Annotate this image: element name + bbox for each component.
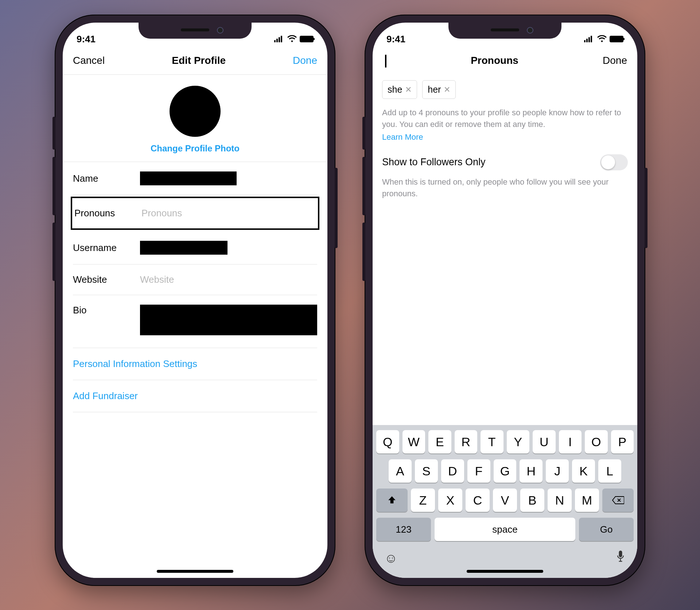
key-c[interactable]: C — [466, 489, 490, 512]
battery-icon — [610, 36, 623, 42]
key-numbers[interactable]: 123 — [376, 518, 431, 541]
battery-icon — [300, 36, 314, 42]
key-f[interactable]: F — [467, 459, 490, 483]
key-l[interactable]: L — [598, 459, 621, 483]
key-r[interactable]: R — [455, 430, 478, 453]
status-time: 9:41 — [386, 34, 405, 45]
avatar[interactable] — [170, 86, 221, 137]
name-value-redacted — [140, 171, 237, 185]
keyboard: Q W E R T Y U I O P A S D F G H J K L — [373, 425, 637, 578]
website-placeholder: Website — [140, 274, 317, 285]
username-label: Username — [73, 242, 131, 254]
key-a[interactable]: A — [389, 459, 412, 483]
keyboard-row-1: Q W E R T Y U I O P — [376, 430, 634, 453]
bio-value-redacted — [140, 305, 317, 335]
key-space[interactable]: space — [435, 518, 575, 541]
page-title: Edit Profile — [172, 55, 226, 66]
bio-row[interactable]: Bio — [73, 295, 317, 348]
username-row[interactable]: Username — [73, 231, 317, 265]
followers-only-toggle[interactable] — [600, 154, 628, 170]
followers-only-subtext: When this is turned on, only people who … — [382, 176, 628, 207]
key-x[interactable]: X — [438, 489, 462, 512]
home-indicator[interactable] — [467, 570, 543, 573]
key-y[interactable]: Y — [507, 430, 530, 453]
phone-right: 9:41 Pronouns Done she ✕ her — [365, 15, 645, 586]
key-u[interactable]: U — [533, 430, 556, 453]
change-photo-link[interactable]: Change Profile Photo — [63, 143, 327, 154]
pronoun-chip-she[interactable]: she ✕ — [382, 80, 417, 99]
home-indicator[interactable] — [157, 570, 233, 573]
help-text: Add up to 4 pronouns to your profile so … — [382, 107, 628, 130]
pronouns-row[interactable]: Pronouns Pronouns — [74, 198, 316, 228]
key-z[interactable]: Z — [411, 489, 435, 512]
name-row[interactable]: Name — [73, 162, 317, 195]
personal-info-settings-link[interactable]: Personal Information Settings — [73, 348, 317, 380]
keyboard-row-2: A S D F G H J K L — [376, 459, 634, 483]
remove-icon[interactable]: ✕ — [444, 85, 450, 94]
add-fundraiser-link[interactable]: Add Fundraiser — [73, 380, 317, 412]
followers-only-row: Show to Followers Only — [382, 142, 628, 176]
key-h[interactable]: H — [520, 459, 542, 483]
chevron-left-icon — [385, 55, 386, 67]
key-o[interactable]: O — [585, 430, 608, 453]
phone-left: 9:41 Cancel Edit Profile Done Change Pro… — [55, 15, 335, 586]
cellular-icon — [274, 36, 284, 42]
keyboard-row-space: 123 space Go — [376, 518, 634, 541]
remove-icon[interactable]: ✕ — [405, 85, 412, 94]
pronouns-highlight: Pronouns Pronouns — [71, 197, 319, 230]
back-button[interactable] — [383, 55, 386, 66]
key-k[interactable]: K — [572, 459, 595, 483]
key-t[interactable]: T — [481, 430, 503, 453]
key-n[interactable]: N — [548, 489, 572, 512]
learn-more-link[interactable]: Learn More — [382, 132, 628, 142]
name-label: Name — [73, 173, 131, 184]
key-v[interactable]: V — [493, 489, 517, 512]
pronoun-chip-her[interactable]: her ✕ — [422, 80, 456, 99]
cellular-icon — [584, 36, 594, 42]
followers-only-label: Show to Followers Only — [382, 157, 486, 168]
profile-photo-section: Change Profile Photo — [63, 75, 327, 162]
wifi-icon — [597, 34, 607, 45]
done-button[interactable]: Done — [603, 55, 627, 66]
key-m[interactable]: M — [575, 489, 599, 512]
status-time: 9:41 — [77, 34, 96, 45]
key-shift[interactable] — [376, 489, 408, 512]
pronouns-placeholder: Pronouns — [141, 208, 316, 219]
key-q[interactable]: Q — [376, 430, 399, 453]
wifi-icon — [287, 34, 297, 45]
keyboard-row-3: Z X C V B N M — [376, 489, 634, 512]
key-p[interactable]: P — [611, 430, 634, 453]
svg-rect-0 — [619, 551, 622, 557]
key-b[interactable]: B — [520, 489, 544, 512]
edit-profile-navbar: Cancel Edit Profile Done — [63, 48, 327, 75]
key-go[interactable]: Go — [579, 518, 634, 541]
notch — [139, 23, 252, 39]
page-title: Pronouns — [471, 55, 518, 66]
pronouns-navbar: Pronouns Done — [373, 48, 637, 74]
key-d[interactable]: D — [441, 459, 464, 483]
website-row[interactable]: Website Website — [73, 265, 317, 295]
key-i[interactable]: I — [559, 430, 582, 453]
key-w[interactable]: W — [402, 430, 425, 453]
pronouns-label: Pronouns — [74, 208, 133, 219]
key-s[interactable]: S — [415, 459, 438, 483]
emoji-icon[interactable]: ☺ — [384, 551, 398, 566]
bio-label: Bio — [73, 305, 131, 316]
notch — [448, 23, 561, 39]
website-label: Website — [73, 274, 131, 285]
key-g[interactable]: G — [494, 459, 517, 483]
key-j[interactable]: J — [546, 459, 569, 483]
pronoun-chips: she ✕ her ✕ — [382, 80, 628, 99]
key-e[interactable]: E — [428, 430, 451, 453]
username-value-redacted — [140, 241, 228, 255]
cancel-button[interactable]: Cancel — [73, 55, 105, 66]
microphone-icon[interactable] — [615, 550, 626, 566]
done-button[interactable]: Done — [293, 55, 317, 66]
key-backspace[interactable] — [602, 489, 634, 512]
